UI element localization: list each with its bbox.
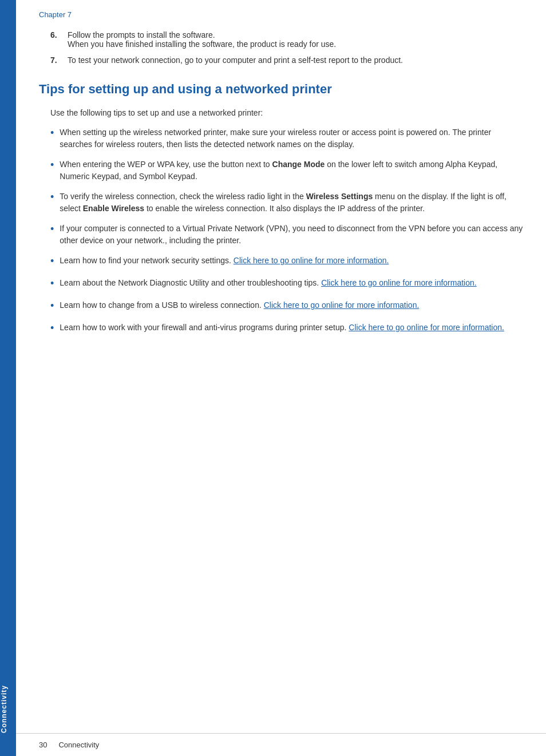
- bullet-8-icon: •: [50, 320, 54, 336]
- numbered-steps: 6. Follow the prompts to install the sof…: [50, 30, 523, 65]
- bullet-item-6: • Learn about the Network Diagnostic Uti…: [50, 277, 523, 291]
- bullet-8-link[interactable]: Click here to go online for more informa…: [349, 323, 504, 332]
- bullet-7-icon: •: [50, 298, 54, 314]
- sidebar-label: Connectivity: [0, 679, 8, 733]
- bullet-6-link[interactable]: Click here to go online for more informa…: [321, 278, 477, 287]
- bullet-2-bold: Change Mode: [272, 160, 325, 169]
- footer: 30 Connectivity: [16, 733, 546, 756]
- bullet-6-text: Learn about the Network Diagnostic Utili…: [60, 277, 523, 289]
- step-6-sub: When you have finished installing the so…: [68, 39, 523, 49]
- step-6-main: Follow the prompts to install the softwa…: [68, 30, 215, 39]
- bullet-6-before: Learn about the Network Diagnostic Utili…: [60, 278, 321, 287]
- bullet-list: • When setting up the wireless networked…: [50, 126, 523, 336]
- step-6-content: Follow the prompts to install the softwa…: [68, 30, 523, 49]
- bullet-item-7: • Learn how to change from a USB to wire…: [50, 299, 523, 314]
- bullet-4-text: If your computer is connected to a Virtu…: [60, 223, 523, 247]
- step-7-main: To test your network connection, go to y…: [68, 56, 403, 65]
- bullet-item-3: • To verify the wireless connection, che…: [50, 191, 523, 215]
- bullet-8-before: Learn how to work with your firewall and…: [60, 323, 349, 332]
- bullet-3-bold2: Enable Wireless: [83, 204, 144, 213]
- bullet-5-icon: •: [50, 254, 54, 269]
- bullet-1-text: When setting up the wireless networked p…: [60, 126, 523, 151]
- bullet-2-before: When entering the WEP or WPA key, use th…: [60, 160, 272, 169]
- bullet-3-bold1: Wireless Settings: [306, 192, 373, 201]
- bullet-2-text: When entering the WEP or WPA key, use th…: [60, 159, 523, 183]
- footer-page-number: 30: [39, 741, 47, 749]
- bullet-3-text: To verify the wireless connection, check…: [60, 191, 523, 215]
- step-7-number: 7.: [50, 56, 68, 65]
- bullet-5-link[interactable]: Click here to go online for more informa…: [234, 256, 389, 265]
- step-7-content: To test your network connection, go to y…: [68, 56, 523, 65]
- chapter-label: Chapter 7: [39, 10, 523, 19]
- bullet-6-icon: •: [50, 276, 54, 291]
- bullet-3-after: to enable the wireless connection. It al…: [144, 204, 425, 213]
- bullet-5-text: Learn how to find your network security …: [60, 255, 523, 267]
- footer-chapter-name: Connectivity: [58, 741, 99, 749]
- bullet-item-8: • Learn how to work with your firewall a…: [50, 322, 523, 336]
- section-intro: Use the following tips to set up and use…: [50, 108, 523, 117]
- step-6-number: 6.: [50, 30, 68, 39]
- bullet-4-icon: •: [50, 221, 54, 237]
- bullet-3-icon: •: [50, 189, 54, 205]
- bullet-7-text: Learn how to change from a USB to wirele…: [60, 299, 523, 311]
- section-title: Tips for setting up and using a networke…: [39, 82, 523, 97]
- bullet-7-before: Learn how to change from a USB to wirele…: [60, 300, 263, 310]
- bullet-item-1: • When setting up the wireless networked…: [50, 126, 523, 151]
- bullet-5-before: Learn how to find your network security …: [60, 256, 233, 265]
- main-content: Chapter 7 6. Follow the prompts to insta…: [16, 0, 546, 756]
- step-6: 6. Follow the prompts to install the sof…: [50, 30, 523, 49]
- bullet-1-icon: •: [50, 125, 54, 141]
- bullet-2-icon: •: [50, 157, 54, 173]
- bullet-3-before: To verify the wireless connection, check…: [60, 192, 306, 201]
- bullet-item-5: • Learn how to find your network securit…: [50, 255, 523, 269]
- bullet-8-text: Learn how to work with your firewall and…: [60, 322, 523, 334]
- bullet-7-link[interactable]: Click here to go online for more informa…: [264, 300, 420, 310]
- sidebar: Connectivity: [0, 0, 16, 756]
- step-7: 7. To test your network connection, go t…: [50, 56, 523, 65]
- bullet-item-4: • If your computer is connected to a Vir…: [50, 223, 523, 247]
- bullet-item-2: • When entering the WEP or WPA key, use …: [50, 159, 523, 183]
